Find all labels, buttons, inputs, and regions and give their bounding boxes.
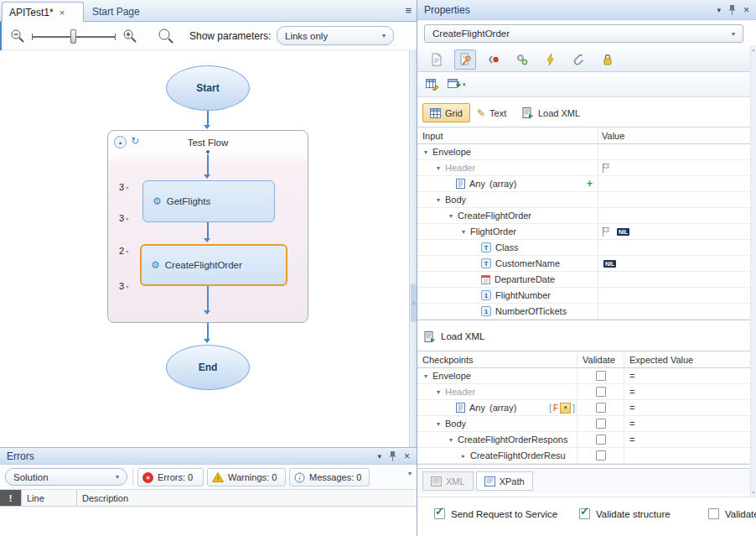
flag-icon[interactable] bbox=[602, 163, 610, 174]
properties-scrollbar[interactable]: ▴ ▾ bbox=[750, 45, 756, 497]
table-row[interactable]: ▾ CreateFlightOrderRespons = bbox=[417, 432, 750, 448]
errors-count-button[interactable]: × Errors: 0 bbox=[137, 468, 204, 487]
table-row[interactable]: ▾ Envelope = bbox=[417, 368, 750, 384]
table-row[interactable]: ▸ CreateFlightOrderResu bbox=[417, 448, 750, 464]
expander-icon[interactable]: ▾ bbox=[126, 284, 128, 289]
tab-general[interactable] bbox=[426, 49, 448, 70]
search-zoom-icon[interactable] bbox=[158, 28, 174, 44]
checkbox[interactable] bbox=[708, 508, 719, 519]
expander-icon[interactable]: ▾ bbox=[126, 185, 128, 190]
validate-column-header[interactable]: Validate bbox=[577, 351, 624, 367]
nil-badge[interactable]: NIL bbox=[603, 260, 616, 268]
error-scope-dropdown[interactable]: Solution ▾ bbox=[5, 468, 127, 486]
chevron-right-icon[interactable]: ▸ bbox=[458, 452, 469, 460]
zoom-out-icon[interactable] bbox=[10, 29, 25, 44]
import-schema-button[interactable]: ▾ bbox=[448, 78, 466, 91]
table-row[interactable]: ▾ Header = bbox=[417, 384, 750, 400]
expander-icon[interactable]: ▾ bbox=[126, 248, 128, 254]
option-validate-ws[interactable]: Validate WS bbox=[708, 508, 756, 519]
step-io-count[interactable]: 3 ▾ bbox=[119, 281, 128, 291]
option-validate-structure[interactable]: ✓ Validate structure bbox=[579, 508, 671, 519]
warnings-count-button[interactable]: ! Warnings: 0 bbox=[207, 468, 286, 487]
step-io-count[interactable]: 3 ▾ bbox=[119, 182, 128, 192]
edit-schema-button[interactable] bbox=[426, 78, 439, 91]
table-row[interactable]: Any (array) [ F ▾ ] = bbox=[417, 400, 750, 416]
step-io-count[interactable]: 2 ▾ bbox=[119, 246, 128, 256]
tab-triggers[interactable] bbox=[540, 49, 562, 70]
canvas-scrollbar[interactable]: ≡ bbox=[409, 50, 417, 447]
parameters-mode-dropdown[interactable]: Links only ▾ bbox=[277, 26, 394, 45]
table-row[interactable]: 1 FlightNumber bbox=[417, 288, 750, 304]
description-column-header[interactable]: Description bbox=[77, 490, 417, 506]
scroll-up-icon[interactable]: ▴ bbox=[751, 47, 756, 52]
add-item-icon[interactable]: + bbox=[587, 178, 593, 190]
input-column-header[interactable]: Input bbox=[417, 127, 598, 143]
table-row[interactable]: T CustomerName NIL bbox=[417, 256, 750, 272]
validate-checkbox[interactable] bbox=[596, 403, 606, 413]
tab-xml[interactable]: XML bbox=[422, 471, 474, 491]
table-row[interactable]: ▾ Body bbox=[417, 192, 750, 208]
window-menu-icon[interactable]: ▾ bbox=[717, 6, 721, 14]
load-xml-view-button[interactable]: Load XML bbox=[515, 103, 588, 122]
expected-value-column-header[interactable]: Expected Value bbox=[624, 351, 750, 367]
tab-list-menu-icon[interactable]: ≡ bbox=[405, 4, 412, 17]
validate-checkbox[interactable] bbox=[596, 450, 606, 461]
chevron-down-icon[interactable]: ▾ bbox=[446, 436, 456, 444]
line-column-header[interactable]: Line bbox=[22, 490, 77, 506]
expected-value[interactable]: = bbox=[629, 371, 634, 381]
close-icon[interactable]: × bbox=[404, 450, 410, 462]
dropdown-icon[interactable]: ▾ bbox=[560, 403, 571, 414]
tab-start-page[interactable]: Start Page bbox=[85, 2, 163, 22]
chevron-down-icon[interactable]: ▾ bbox=[433, 420, 443, 428]
array-match-control[interactable]: [ F ▾ ] bbox=[549, 403, 575, 414]
chevron-down-icon[interactable]: ▾ bbox=[421, 148, 431, 156]
table-row[interactable]: ▾ FlightOrder NIL bbox=[417, 224, 750, 240]
table-row[interactable]: ▾ Envelope bbox=[417, 144, 750, 160]
expected-value[interactable]: = bbox=[629, 419, 634, 429]
table-row[interactable]: T Class bbox=[417, 240, 750, 256]
expected-value[interactable]: = bbox=[629, 435, 634, 445]
step-selector-dropdown[interactable]: CreateFlightOrder ▾ bbox=[424, 24, 743, 43]
table-row[interactable]: 1 NumberOfTickets bbox=[417, 304, 750, 320]
scroll-down-icon[interactable]: ▾ bbox=[751, 490, 756, 495]
tab-events[interactable] bbox=[483, 49, 505, 70]
toolbar-overflow-icon[interactable]: ▾ bbox=[408, 470, 412, 477]
table-row[interactable]: DepartureDate bbox=[417, 272, 750, 288]
validate-checkbox[interactable] bbox=[596, 419, 606, 429]
tab-apitest1[interactable]: APITest1* × bbox=[2, 2, 84, 22]
end-node[interactable]: End bbox=[166, 345, 250, 390]
validate-checkbox[interactable] bbox=[596, 435, 606, 445]
scrollbar-thumb[interactable]: ≡ bbox=[411, 284, 417, 322]
tab-attachments[interactable] bbox=[568, 49, 590, 70]
chevron-down-icon[interactable]: ▾ bbox=[458, 228, 469, 236]
pin-icon[interactable] bbox=[389, 450, 396, 461]
step-io-count[interactable]: 3 ▾ bbox=[119, 213, 128, 223]
table-row[interactable]: ▾ Header bbox=[417, 160, 750, 176]
table-row[interactable]: ▾ Body = bbox=[417, 416, 750, 432]
chevron-down-icon[interactable]: ▾ bbox=[433, 196, 443, 204]
step-createflightorder[interactable]: ⚙ CreateFlightOrder bbox=[140, 244, 287, 286]
table-row[interactable]: Any (array) + bbox=[417, 176, 750, 192]
messages-count-button[interactable]: i Messages: 0 bbox=[289, 468, 370, 487]
severity-column-header[interactable]: ! bbox=[0, 490, 22, 506]
grid-view-button[interactable]: Grid bbox=[422, 103, 470, 122]
step-getflights[interactable]: ⚙ GetFlights bbox=[142, 180, 275, 222]
start-node[interactable]: Start bbox=[166, 65, 250, 111]
flow-canvas[interactable]: Start ▴ ↻ Test Flow ⚙ GetFlights ⚙ Creat… bbox=[0, 50, 409, 447]
pin-icon[interactable] bbox=[728, 4, 736, 15]
checkpoints-column-header[interactable]: Checkpoints bbox=[417, 351, 577, 367]
option-send-request[interactable]: ✓ Send Request to Service bbox=[434, 508, 557, 519]
close-icon[interactable]: × bbox=[743, 4, 749, 16]
chevron-down-icon[interactable]: ▾ bbox=[433, 164, 443, 172]
validate-checkbox[interactable] bbox=[596, 371, 606, 381]
tab-xpath[interactable]: XPath bbox=[476, 471, 533, 491]
chevron-down-icon[interactable]: ▾ bbox=[421, 372, 431, 380]
tab-input-checkpoints[interactable] bbox=[454, 49, 476, 70]
load-xml-button[interactable]: Load XML bbox=[417, 325, 750, 347]
chevron-down-icon[interactable]: ▾ bbox=[433, 388, 443, 396]
zoom-in-icon[interactable] bbox=[122, 29, 137, 44]
text-view-button[interactable]: ✎ Text bbox=[469, 103, 514, 122]
flag-icon[interactable] bbox=[602, 226, 610, 237]
window-menu-icon[interactable]: ▾ bbox=[377, 452, 381, 461]
table-row[interactable]: ▾ CreateFlightOrder bbox=[417, 208, 750, 224]
